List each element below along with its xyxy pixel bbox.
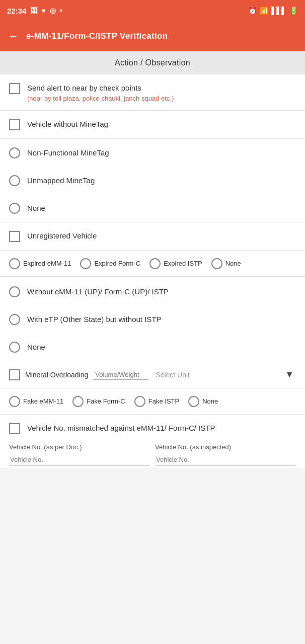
nonfunctional-minetag-label: Non-Functional MineTag (27, 148, 109, 157)
status-bar: 22:34 🖼 ♥ ◎ • ⏰ 📶 ▌▌▌ 🔋 (0, 0, 305, 21)
time-display: 22:34 (7, 7, 26, 15)
with-etp-row: With eTP (Other State) but without ISTP (0, 305, 305, 333)
send-alert-checkbox[interactable] (9, 83, 20, 94)
vehicle-labels-row: Vehicle No. (as per Doc.) Vehicle No. (a… (9, 443, 296, 451)
unregistered-vehicle-row: Unregistered Vehicle (0, 222, 305, 251)
send-alert-text-block: Send alert to near by check points (near… (27, 83, 174, 102)
battery-icon: 🔋 (289, 7, 298, 15)
wifi-icon: 📶 (260, 7, 268, 15)
vehicle-inputs-section: Vehicle No. (as per Doc.) Vehicle No. (a… (0, 438, 305, 468)
none-minetag-label: None (27, 204, 45, 212)
header-title: e-MM-11/Form-C/ISTP Verification (26, 31, 168, 41)
mineral-overloading-row: Mineral Overloading Select Unit ▼ (0, 361, 305, 388)
expired-istp-label: Expired ISTP (164, 260, 202, 267)
none-etp-row: None (0, 333, 305, 361)
unmapped-minetag-row: Unmapped MineTag (0, 167, 305, 194)
unmapped-minetag-label: Unmapped MineTag (27, 176, 95, 185)
mineral-overloading-label: Mineral Overloading (25, 371, 88, 379)
vehicle-doc-label: Vehicle No. (as per Doc.) (9, 443, 150, 451)
fake-emm11-label: Fake eMM-11 (23, 397, 63, 405)
fake-none-radio[interactable] (188, 396, 199, 407)
content-area: Send alert to near by check points (near… (0, 74, 305, 468)
fake-formc-option: Fake Form-C (72, 395, 125, 407)
app-header: ← e-MM-11/Form-C/ISTP Verification (0, 21, 305, 51)
fake-istp-option: Fake ISTP (134, 395, 179, 407)
with-etp-radio[interactable] (9, 314, 20, 325)
expired-istp-option: Expired ISTP (149, 258, 202, 269)
without-emm11-row: Without eMM-11 (UP)/ Form-C (UP)/ ISTP (0, 277, 305, 305)
section-title: Action / Observation (0, 51, 305, 74)
signal-bars-icon: ▌▌▌ (271, 7, 286, 15)
expired-emm11-radio[interactable] (9, 258, 20, 269)
vehicle-mismatch-section: Vehicle No. mismatched against eMM-11/ F… (0, 415, 305, 468)
vehicle-mismatch-row: Vehicle No. mismatched against eMM-11/ F… (0, 415, 305, 438)
vehicle-minetag-label: Vehicle without MineTag (27, 119, 108, 129)
with-etp-label: With eTP (Other State) but without ISTP (27, 315, 162, 324)
unmapped-minetag-radio[interactable] (9, 175, 20, 186)
vehicle-inspected-label: Vehicle No. (as inspected) (155, 443, 296, 451)
fake-group-row: Fake eMM-11 Fake Form-C Fake ISTP None (0, 388, 305, 415)
none-minetag-row: None (0, 194, 305, 222)
vehicle-inspected-input[interactable] (155, 454, 296, 466)
alarm-icon: ⏰ (248, 7, 257, 15)
back-button[interactable]: ← (8, 30, 19, 43)
fake-istp-radio[interactable] (134, 396, 145, 407)
vehicle-mismatch-label: Vehicle No. mismatched against eMM-11/ F… (27, 423, 215, 433)
mineral-overloading-checkbox[interactable] (9, 369, 20, 380)
expired-formc-option: Expired Form-C (80, 258, 140, 269)
fake-emm11-radio[interactable] (9, 396, 20, 407)
without-emm11-label: Without eMM-11 (UP)/ Form-C (UP)/ ISTP (27, 287, 169, 296)
chevron-down-icon: ▼ (285, 369, 294, 380)
fake-none-label: None (202, 397, 218, 405)
fake-none-option: None (188, 395, 218, 407)
select-unit-dropdown[interactable]: Select Unit ▼ (154, 368, 296, 381)
expired-emm11-label: Expired eMM-11 (23, 260, 71, 267)
unregistered-vehicle-label: Unregistered Vehicle (27, 230, 97, 241)
fake-emm11-option: Fake eMM-11 (9, 395, 63, 407)
fake-formc-label: Fake Form-C (87, 397, 125, 405)
send-alert-subtext: (near by toll plaza, police chauki, janc… (27, 95, 174, 102)
send-alert-label: Send alert to near by check points (27, 83, 174, 93)
unregistered-vehicle-checkbox[interactable] (9, 231, 20, 242)
expired-none-option: None (211, 258, 241, 269)
fake-formc-radio[interactable] (72, 396, 84, 407)
expired-none-radio[interactable] (211, 258, 222, 269)
heart-icon: ♥ (41, 7, 45, 15)
status-bar-left: 22:34 🖼 ♥ ◎ • (7, 7, 62, 15)
send-alert-row: Send alert to near by check points (near… (0, 74, 305, 111)
image-icon: 🖼 (30, 7, 37, 15)
none-minetag-radio[interactable] (9, 203, 20, 214)
vehicle-doc-input[interactable] (9, 454, 150, 466)
none-etp-label: None (27, 343, 45, 351)
fake-istp-label: Fake ISTP (148, 397, 179, 405)
vehicle-mismatch-checkbox[interactable] (9, 423, 20, 434)
nonfunctional-minetag-row: Non-Functional MineTag (0, 139, 305, 167)
vehicle-inputs-row (9, 454, 296, 466)
expired-istp-radio[interactable] (149, 258, 161, 269)
expired-group-row: Expired eMM-11 Expired Form-C Expired IS… (0, 251, 305, 277)
expired-formc-radio[interactable] (80, 258, 91, 269)
location-icon: ◎ (50, 7, 56, 15)
expired-emm11-option: Expired eMM-11 (9, 258, 71, 269)
expired-none-label: None (225, 260, 241, 267)
none-etp-radio[interactable] (9, 342, 20, 353)
nonfunctional-minetag-radio[interactable] (9, 147, 20, 158)
expired-formc-label: Expired Form-C (94, 260, 140, 267)
volume-weight-input[interactable] (93, 370, 148, 380)
select-unit-label: Select Unit (156, 371, 190, 379)
status-bar-right: ⏰ 📶 ▌▌▌ 🔋 (248, 7, 298, 15)
without-emm11-radio[interactable] (9, 286, 20, 297)
vehicle-minetag-checkbox[interactable] (9, 119, 20, 130)
dot-icon: • (60, 7, 62, 15)
vehicle-minetag-row: Vehicle without MineTag (0, 111, 305, 139)
